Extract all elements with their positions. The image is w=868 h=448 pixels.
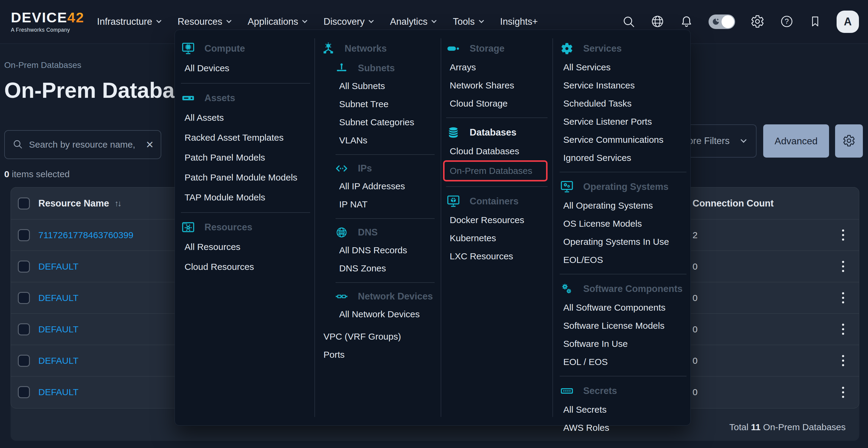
menu-item-os-license-models[interactable]: OS License Models bbox=[560, 215, 686, 233]
selection-summary: 0 items selected bbox=[4, 169, 70, 179]
menu-item-all-services[interactable]: All Services bbox=[560, 58, 686, 76]
resources-icon bbox=[181, 220, 195, 234]
nav-analytics[interactable]: Analytics bbox=[390, 16, 436, 27]
nav-applications[interactable]: Applications bbox=[248, 16, 307, 27]
user-avatar[interactable]: A bbox=[837, 10, 859, 33]
network-devices-icon bbox=[334, 290, 349, 302]
menu-section-title: Storage bbox=[470, 43, 504, 54]
nav-insights-plus[interactable]: Insights+ bbox=[500, 16, 538, 27]
menu-item-cloud-storage[interactable]: Cloud Storage bbox=[446, 95, 548, 113]
help-button[interactable]: ? bbox=[780, 14, 794, 29]
connection-count-value: 0 bbox=[692, 293, 698, 303]
menu-item-all-software-components[interactable]: All Software Components bbox=[560, 298, 686, 317]
menu-item-kubernetes[interactable]: Kubernetes bbox=[446, 229, 548, 247]
row-actions-kebab-icon[interactable] bbox=[836, 226, 850, 244]
menu-item-all-dns-records[interactable]: All DNS Records bbox=[336, 241, 435, 259]
menu-item-cloud-databases[interactable]: Cloud Databases bbox=[446, 142, 548, 160]
menu-item-all-subnets[interactable]: All Subnets bbox=[336, 77, 435, 95]
menu-column-services-os-software: Services All Services Service Instances … bbox=[560, 38, 686, 437]
menu-item-patch-panel-module-models[interactable]: Patch Panel Module Models bbox=[181, 167, 310, 188]
menu-item-all-resources[interactable]: All Resources bbox=[181, 237, 310, 257]
menu-item-operating-systems-in-use[interactable]: Operating Systems In Use bbox=[560, 233, 686, 251]
menu-item-patch-panel-models[interactable]: Patch Panel Models bbox=[181, 148, 310, 167]
row-checkbox[interactable] bbox=[18, 386, 30, 398]
row-actions-kebab-icon[interactable] bbox=[836, 320, 850, 339]
row-actions-kebab-icon[interactable] bbox=[836, 257, 850, 276]
menu-item-service-communications[interactable]: Service Communications bbox=[560, 131, 686, 149]
menu-item-network-shares[interactable]: Network Shares bbox=[446, 76, 548, 95]
menu-item-aws-roles[interactable]: AWS Roles bbox=[560, 419, 686, 437]
menu-item-service-instances[interactable]: Service Instances bbox=[560, 76, 686, 95]
menu-item-all-ip-addresses[interactable]: All IP Addresses bbox=[336, 177, 435, 195]
menu-item-software-license-models[interactable]: Software License Models bbox=[560, 317, 686, 335]
settings-button[interactable] bbox=[750, 14, 765, 30]
total-count: 11 bbox=[751, 422, 761, 432]
menu-section-ips: IPs bbox=[334, 160, 435, 177]
menu-item-tap-module-models[interactable]: TAP Module Models bbox=[181, 188, 310, 207]
row-checkbox[interactable] bbox=[18, 229, 30, 241]
chevron-down-icon bbox=[156, 18, 161, 23]
menu-item-all-network-devices[interactable]: All Network Devices bbox=[336, 305, 435, 323]
clear-search-button[interactable]: × bbox=[146, 138, 153, 151]
menu-section-compute: Compute bbox=[181, 39, 310, 58]
table-settings-button[interactable] bbox=[835, 124, 863, 158]
search-input[interactable] bbox=[29, 139, 140, 150]
theme-toggle[interactable] bbox=[709, 14, 735, 29]
menu-item-docker-resources[interactable]: Docker Resources bbox=[446, 211, 548, 229]
menu-item-ports[interactable]: Ports bbox=[321, 346, 435, 364]
search-button[interactable] bbox=[622, 14, 636, 29]
menu-item-service-listener-ports[interactable]: Service Listener Ports bbox=[560, 113, 686, 131]
nav-infrastructure[interactable]: Infrastructure bbox=[97, 16, 161, 27]
row-actions-kebab-icon[interactable] bbox=[836, 352, 850, 370]
select-all-checkbox[interactable] bbox=[18, 197, 30, 210]
resource-link[interactable]: DEFAULT bbox=[38, 387, 79, 397]
chevron-down-icon bbox=[432, 18, 437, 23]
menu-item-all-assets[interactable]: All Assets bbox=[181, 108, 310, 128]
menu-item-arrays[interactable]: Arrays bbox=[446, 58, 548, 76]
menu-item-subnet-categories[interactable]: Subnet Categories bbox=[336, 113, 435, 131]
connection-count-value: 2 bbox=[692, 230, 698, 240]
notifications-button[interactable] bbox=[680, 14, 693, 29]
menu-item-lxc-resources[interactable]: LXC Resources bbox=[446, 247, 548, 265]
menu-section-title: Resources bbox=[205, 222, 252, 233]
nav-tools[interactable]: Tools bbox=[453, 16, 483, 27]
globe-button[interactable] bbox=[651, 14, 664, 29]
menu-item-racked-asset-templates[interactable]: Racked Asset Templates bbox=[181, 128, 310, 148]
chevron-down-icon bbox=[741, 137, 747, 143]
row-actions-kebab-icon[interactable] bbox=[836, 289, 850, 307]
menu-item-subnet-tree[interactable]: Subnet Tree bbox=[336, 95, 435, 113]
menu-item-ip-nat[interactable]: IP NAT bbox=[336, 195, 435, 214]
column-header-connection-count: Connection Count bbox=[692, 198, 774, 209]
menu-item-all-operating-systems[interactable]: All Operating Systems bbox=[560, 196, 686, 215]
nav-discovery[interactable]: Discovery bbox=[323, 16, 373, 27]
menu-item-eol-eos-os[interactable]: EOL/EOS bbox=[560, 251, 686, 269]
row-actions-kebab-icon[interactable] bbox=[836, 383, 850, 401]
menu-item-eol-eos-software[interactable]: EOL / EOS bbox=[560, 353, 686, 371]
menu-item-scheduled-tasks[interactable]: Scheduled Tasks bbox=[560, 95, 686, 113]
resource-link[interactable]: DEFAULT bbox=[38, 293, 79, 303]
menu-item-ignored-services[interactable]: Ignored Services bbox=[560, 149, 686, 167]
resource-link[interactable]: DEFAULT bbox=[38, 356, 79, 366]
row-checkbox[interactable] bbox=[18, 355, 30, 367]
bookmarks-button[interactable] bbox=[809, 15, 822, 29]
row-checkbox[interactable] bbox=[18, 260, 30, 273]
menu-item-vpc-vrf-groups[interactable]: VPC (VRF Groups) bbox=[321, 327, 435, 346]
nav-resources[interactable]: Resources bbox=[178, 16, 231, 27]
sort-icon[interactable]: ↑↓ bbox=[115, 199, 121, 208]
resource-link[interactable]: DEFAULT bbox=[38, 324, 79, 334]
menu-item-on-prem-databases[interactable]: On-Prem Databases bbox=[443, 160, 548, 182]
menu-item-software-in-use[interactable]: Software In Use bbox=[560, 335, 686, 353]
device42-logo[interactable]: DEVICE42 A Freshworks Company bbox=[11, 10, 84, 33]
menu-item-all-devices[interactable]: All Devices bbox=[181, 58, 310, 78]
connection-count-value: 0 bbox=[692, 356, 698, 366]
menu-item-vlans[interactable]: VLANs bbox=[336, 131, 435, 150]
resource-link[interactable]: 7117261778463760399 bbox=[38, 230, 133, 240]
advanced-button[interactable]: Advanced bbox=[763, 124, 829, 158]
bookmark-icon bbox=[809, 15, 822, 29]
menu-item-dns-zones[interactable]: DNS Zones bbox=[336, 259, 435, 278]
menu-item-all-secrets[interactable]: All Secrets bbox=[560, 401, 686, 419]
row-checkbox[interactable] bbox=[18, 292, 30, 304]
resource-link[interactable]: DEFAULT bbox=[38, 261, 79, 272]
menu-item-cloud-resources[interactable]: Cloud Resources bbox=[181, 257, 310, 277]
row-checkbox[interactable] bbox=[18, 323, 30, 335]
